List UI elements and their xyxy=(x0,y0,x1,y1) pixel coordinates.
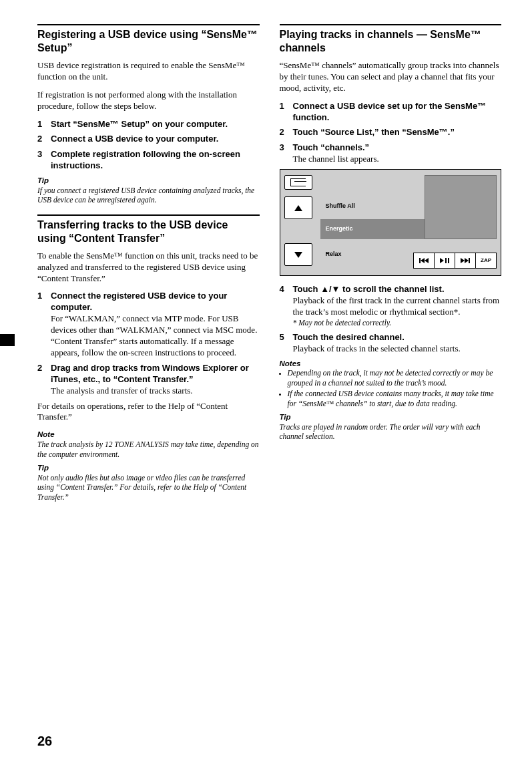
channel-list-mockup: Shuffle All Energetic Relax ZAP xyxy=(280,169,502,276)
tip-text: If you connect a registered USB device c… xyxy=(37,186,260,205)
step-head: Touch ▲/▼ to scroll the channel list. xyxy=(293,284,502,295)
play-pause-button[interactable] xyxy=(435,253,455,269)
step-item: Drag and drop tracks from Windows Explor… xyxy=(37,363,260,397)
step-body: For “WALKMAN,” connect via MTP mode. For… xyxy=(51,313,260,359)
triangle-up-icon xyxy=(294,205,302,211)
notes-list: Depending on the track, it may not be de… xyxy=(280,368,502,408)
thumb-tab xyxy=(0,334,15,346)
tip-text: Tracks are played in random order. The o… xyxy=(280,422,502,442)
step-item: Connect a USB device set up for the Sens… xyxy=(280,101,502,124)
step-item: Complete registration following the on-s… xyxy=(37,149,260,172)
step-body: Playback of the first track in the curre… xyxy=(293,295,502,318)
step-body: The channel list appears. xyxy=(293,154,502,165)
prev-icon xyxy=(419,258,429,263)
step-item: Connect a USB device to your computer. xyxy=(37,134,260,145)
manual-page: Registering a USB device using “SensMe™ … xyxy=(0,0,532,763)
step-item: Touch “channels.” The channel list appea… xyxy=(280,142,502,165)
tip-label: Tip xyxy=(37,463,260,473)
step-head: Connect a USB device to your computer. xyxy=(51,134,260,145)
next-button[interactable] xyxy=(455,253,476,269)
right-column: Playing tracks in channels — SensMe™ cha… xyxy=(280,24,502,506)
back-button[interactable] xyxy=(284,175,312,190)
step-head: Touch the desired channel. xyxy=(293,332,502,343)
step-footnote: * May not be detected correctly. xyxy=(293,318,502,328)
section-heading: Transferring tracks to the USB device us… xyxy=(37,218,260,245)
step-head: Start “SensMe™ Setup” on your computer. xyxy=(51,119,260,130)
zap-button[interactable]: ZAP xyxy=(476,253,497,269)
section-heading: Playing tracks in channels — SensMe™ cha… xyxy=(280,28,502,55)
step-list: Start “SensMe™ Setup” on your computer. … xyxy=(37,119,260,172)
scroll-down-button[interactable] xyxy=(284,243,312,266)
section-rule xyxy=(37,214,260,216)
step-head: Connect a USB device set up for the Sens… xyxy=(293,101,502,124)
left-column: Registering a USB device using “SensMe™ … xyxy=(37,24,260,506)
step-head: Touch “Source List,” then “SensMe™.” xyxy=(293,127,502,138)
step-item: Start “SensMe™ Setup” on your computer. xyxy=(37,119,260,130)
channel-item-energetic[interactable]: Energetic xyxy=(320,219,433,239)
paragraph: “SensMe™ channels” automatically group t… xyxy=(280,60,502,94)
paragraph: For details on operations, refer to the … xyxy=(37,401,260,424)
section-heading: Registering a USB device using “SensMe™ … xyxy=(37,28,260,55)
play-pause-icon xyxy=(440,258,449,263)
note-item: If the connected USB device contains man… xyxy=(288,389,502,408)
album-art-placeholder xyxy=(425,175,497,239)
step-body: Playback of tracks in the selected chann… xyxy=(293,343,502,355)
step-head: Connect the registered USB device to you… xyxy=(51,291,260,313)
tip-text: Not only audio files but also image or v… xyxy=(37,473,260,502)
step-head: Complete registration following the on-s… xyxy=(51,149,260,172)
step-head: Touch “channels.” xyxy=(293,142,502,154)
section-rule xyxy=(280,24,502,25)
step-head: Drag and drop tracks from Windows Explor… xyxy=(51,363,260,386)
tip-label: Tip xyxy=(280,412,502,422)
step-list: Connect a USB device set up for the Sens… xyxy=(280,101,502,165)
notes-label: Notes xyxy=(280,359,502,369)
step-list: Connect the registered USB device to you… xyxy=(37,291,260,396)
two-column-layout: Registering a USB device using “SensMe™ … xyxy=(37,24,501,506)
back-icon xyxy=(290,178,306,186)
paragraph: To enable the SensMe™ function on this u… xyxy=(37,251,260,285)
scroll-up-button[interactable] xyxy=(284,196,312,219)
step-item: Touch the desired channel. Playback of t… xyxy=(280,332,502,355)
paragraph: USB device registration is required to e… xyxy=(37,60,260,83)
channel-item-relax[interactable]: Relax xyxy=(320,245,426,265)
paragraph: If registration is not performed along w… xyxy=(37,90,260,112)
triangle-down-icon xyxy=(294,252,302,258)
step-item: Touch ▲/▼ to scroll the channel list. Pl… xyxy=(280,284,502,328)
tip-label: Tip xyxy=(37,176,260,186)
step-item: Connect the registered USB device to you… xyxy=(37,291,260,358)
playback-controls: ZAP xyxy=(413,253,497,269)
channel-item-shuffle[interactable]: Shuffle All xyxy=(320,196,426,216)
note-text: The track analysis by 12 TONE ANALYSIS m… xyxy=(37,440,260,459)
prev-button[interactable] xyxy=(413,253,435,269)
note-label: Note xyxy=(37,430,260,440)
step-item: Touch “Source List,” then “SensMe™.” xyxy=(280,127,502,138)
note-item: Depending on the track, it may not be de… xyxy=(288,368,502,388)
next-icon xyxy=(461,258,470,263)
step-list-cont: Touch ▲/▼ to scroll the channel list. Pl… xyxy=(280,284,502,354)
section-rule xyxy=(37,24,260,25)
step-body: The analysis and transfer of tracks star… xyxy=(51,386,260,397)
page-number: 26 xyxy=(37,732,52,750)
